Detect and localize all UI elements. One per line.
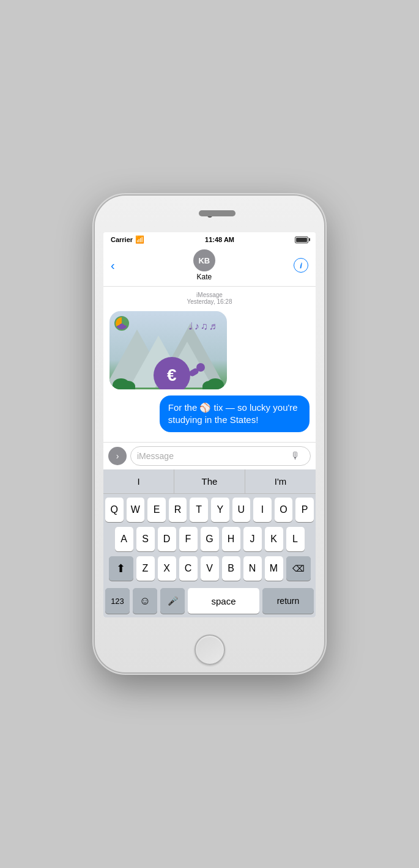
key-a[interactable]: A <box>115 527 133 551</box>
key-i[interactable]: I <box>253 498 272 522</box>
battery-icon <box>295 237 308 243</box>
key-m[interactable]: M <box>265 556 283 581</box>
key-z[interactable]: Z <box>136 556 155 581</box>
key-u[interactable]: U <box>232 498 251 522</box>
input-mic-button[interactable]: 🎙 <box>287 447 304 465</box>
avatar: KB <box>193 249 215 271</box>
key-o[interactable]: O <box>275 498 293 522</box>
message-input[interactable]: iMessage 🎙 <box>130 446 311 466</box>
euro-character: € <box>154 357 190 389</box>
incoming-message-bubble[interactable]: € <box>109 311 227 389</box>
key-q[interactable]: Q <box>105 498 124 522</box>
status-carrier: Carrier 📶 <box>111 235 144 244</box>
keys-section: Q W E R T Y U I O P A S D F G <box>103 494 316 588</box>
outgoing-message-bubble: For the ⚾ tix — so lucky you're studying… <box>160 395 310 433</box>
expand-icon: › <box>116 451 119 461</box>
keyboard: I The I'm Q W E R T Y U <box>103 469 316 617</box>
autocomplete-item-1[interactable]: I <box>103 469 174 493</box>
timestamp-text: Yesterday, 16:28 <box>187 298 232 305</box>
key-p[interactable]: P <box>295 498 314 522</box>
input-placeholder: iMessage <box>137 451 174 461</box>
key-row-1: Q W E R T Y U I O P <box>105 498 314 522</box>
nav-bar: ‹ KB Kate i <box>103 247 316 287</box>
back-chevron-icon: ‹ <box>111 259 115 273</box>
return-key[interactable]: return <box>262 588 314 614</box>
bush-right-2 <box>202 381 216 389</box>
character-fist <box>196 363 205 372</box>
autocomplete-item-2[interactable]: The <box>174 469 245 493</box>
emoji-key[interactable]: ☺ <box>133 588 157 614</box>
key-123[interactable]: 123 <box>105 588 130 614</box>
euro-symbol: € <box>167 366 177 385</box>
key-row-3: ⬆ Z X C V B N M ⌫ <box>105 556 314 581</box>
microphone-icon: 🎙 <box>291 451 300 462</box>
key-g[interactable]: G <box>201 527 219 551</box>
back-button[interactable]: ‹ <box>111 259 115 273</box>
info-button[interactable]: i <box>294 258 308 273</box>
status-bar: Carrier 📶 11:48 AM <box>103 232 316 247</box>
key-k[interactable]: K <box>265 527 283 551</box>
key-f[interactable]: F <box>179 527 198 551</box>
battery-fill <box>296 238 307 242</box>
key-y[interactable]: Y <box>211 498 229 522</box>
autocomplete-item-3[interactable]: I'm <box>245 469 316 493</box>
key-row-2: A S D F G H J K L <box>105 527 314 551</box>
circle-pay-logo <box>114 316 129 331</box>
info-icon: i <box>300 261 302 270</box>
autocomplete-bar: I The I'm <box>103 469 316 494</box>
status-time: 11:48 AM <box>205 236 234 243</box>
wifi-icon: 📶 <box>135 235 144 244</box>
speaker <box>199 210 235 216</box>
status-battery <box>295 237 308 243</box>
avatar-initials: KB <box>198 256 210 265</box>
service-label: iMessage <box>109 292 310 298</box>
bottom-row: 123 ☺ 🎤 space return <box>103 588 316 617</box>
key-c[interactable]: C <box>179 556 198 581</box>
carrier-text: Carrier <box>111 236 133 243</box>
key-v[interactable]: V <box>201 556 219 581</box>
outgoing-text: For the ⚾ tix — so lucky you're studying… <box>168 402 298 425</box>
key-n[interactable]: N <box>243 556 262 581</box>
key-r[interactable]: R <box>169 498 187 522</box>
euro-body: € <box>154 357 190 389</box>
key-t[interactable]: T <box>190 498 208 522</box>
phone-device: Carrier 📶 11:48 AM ‹ KB Kate i <box>95 196 324 672</box>
key-j[interactable]: J <box>243 527 262 551</box>
circle-pay-image: € <box>109 311 227 389</box>
music-notes: ♩♪♫♬ <box>188 320 218 332</box>
backspace-key[interactable]: ⌫ <box>286 556 311 581</box>
key-x[interactable]: X <box>158 556 176 581</box>
space-key[interactable]: space <box>188 588 259 614</box>
key-w[interactable]: W <box>127 498 145 522</box>
key-l[interactable]: L <box>286 527 305 551</box>
home-button[interactable] <box>195 634 225 665</box>
shift-key[interactable]: ⬆ <box>109 556 133 581</box>
key-b[interactable]: B <box>222 556 240 581</box>
key-s[interactable]: S <box>136 527 155 551</box>
contact-header[interactable]: KB Kate <box>193 249 215 281</box>
input-area: › iMessage 🎙 <box>103 442 316 469</box>
mic-key[interactable]: 🎤 <box>160 588 185 614</box>
timestamp-header: iMessage Yesterday, 16:28 <box>109 292 310 305</box>
key-d[interactable]: D <box>158 527 176 551</box>
phone-screen: Carrier 📶 11:48 AM ‹ KB Kate i <box>103 232 316 617</box>
key-e[interactable]: E <box>147 498 166 522</box>
contact-name: Kate <box>196 273 212 281</box>
expand-button[interactable]: › <box>108 447 127 465</box>
messages-area: iMessage Yesterday, 16:28 <box>103 287 316 442</box>
bush-left-2 <box>122 381 135 389</box>
key-h[interactable]: H <box>222 527 240 551</box>
